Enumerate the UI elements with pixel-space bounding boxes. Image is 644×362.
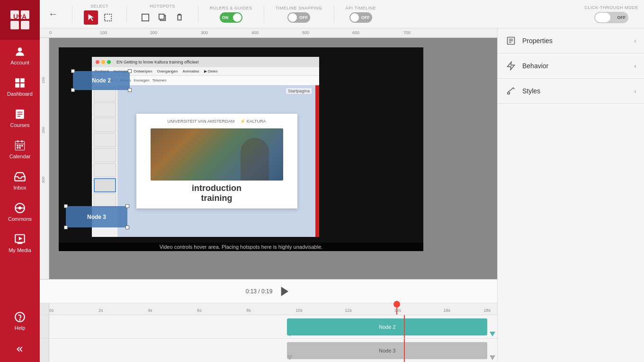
svg-rect-3 (21, 21, 29, 29)
rulers-toggle-text: ON (222, 15, 229, 20)
node3-track-label: Node 3 (379, 348, 395, 353)
node3-left-handle[interactable] (287, 355, 293, 360)
slide-title-line1: introduction (192, 183, 242, 193)
divider-1 (72, 6, 72, 23)
ruler-mark-100: 100 (100, 30, 107, 35)
api-timeline-toggle[interactable]: OFF (349, 12, 372, 23)
toolbar-rulers-section: RULERS & GUIDES ON (210, 6, 252, 23)
hotspot-delete-button[interactable] (172, 10, 187, 25)
timeline-playhead[interactable] (396, 303, 397, 315)
uva-logo-text: UNIVERSITEIT VAN AMSTERDAM (167, 119, 234, 124)
svg-rect-28 (18, 243, 23, 244)
node3-resize-bl[interactable] (71, 88, 75, 92)
svg-rect-33 (105, 14, 111, 20)
timeline-snapping-text: OFF (299, 15, 308, 20)
sidebar-item-calendar[interactable]: Calendar (0, 134, 40, 165)
slide-logos: UNIVERSITEIT VAN AMSTERDAM ⚡ KALTURA (167, 119, 266, 124)
node3-resize-br[interactable] (128, 88, 132, 92)
track-row-node2: Node 2 (40, 315, 497, 339)
properties-label: Properties (522, 37, 628, 45)
node3-right-handle[interactable] (490, 355, 495, 360)
divider-2 (126, 6, 127, 23)
timeline-ruler: 0s 2s 4s 6s 8s 10s 12s 14s 16s 18s (40, 303, 497, 315)
track-row-gutter-2 (40, 339, 49, 362)
ruler-v-200: 200 (41, 127, 45, 133)
ruler-mark-300: 300 (201, 30, 208, 35)
dot-red (96, 60, 99, 64)
inbox-icon (14, 171, 26, 183)
dot-yellow (101, 60, 105, 64)
slide-thumb-4 (94, 133, 116, 147)
slide-title-block: introduction training (192, 183, 242, 203)
svg-marker-37 (282, 287, 288, 295)
panel-item-behavior[interactable]: Behavior ‹ (498, 54, 644, 79)
click-through-toggle[interactable]: OFF (594, 12, 628, 23)
sidebar-item-help[interactable]: Help (0, 305, 40, 336)
panel-item-styles[interactable]: Styles ‹ (498, 79, 644, 104)
node2-resize-br[interactable] (125, 226, 129, 229)
node3-track[interactable]: Node 3 (287, 342, 487, 359)
slide-photo (151, 128, 283, 181)
api-timeline-toggle-container: OFF (349, 12, 372, 23)
sidebar-collapse-button[interactable] (0, 336, 40, 362)
timeline-snapping-toggle[interactable]: OFF (287, 12, 310, 23)
sidebar-item-my-media[interactable]: My Media (0, 227, 40, 259)
t-mark-16s: 16s (443, 308, 450, 313)
behavior-chevron: ‹ (634, 62, 636, 70)
slide-main: UNIVERSITEIT VAN AMSTERDAM ⚡ KALTURA (118, 85, 315, 237)
collapse-icon (15, 344, 25, 354)
timeline-snapping-knob (288, 13, 297, 22)
node2-track-label: Node 2 (379, 324, 395, 330)
time-separator: / (258, 288, 261, 295)
dot-green (107, 60, 111, 64)
hotspot-copy-button[interactable] (155, 10, 170, 25)
node2-track[interactable]: Node 2 (287, 318, 487, 335)
lightning-icon (506, 61, 516, 71)
sidebar-item-courses[interactable]: Courses (0, 102, 40, 134)
play-button[interactable] (278, 285, 291, 298)
t-mark-12s: 12s (345, 308, 352, 313)
sidebar-item-account[interactable]: Account (0, 40, 40, 71)
select-marquee-button[interactable] (101, 10, 115, 25)
sidebar-item-my-media-label: My Media (9, 247, 31, 253)
toolbar-api-timeline-section: API TIMELINE OFF (346, 6, 376, 23)
node3-overlay[interactable]: Node 2 (73, 71, 130, 90)
node2-resize-tl[interactable] (64, 204, 68, 208)
ruler-mark-400: 400 (251, 30, 259, 35)
user-icon (14, 45, 26, 58)
node2-label: Node 3 (87, 214, 106, 220)
svg-rect-34 (142, 14, 149, 20)
node2-overlay[interactable]: Node 3 (66, 206, 127, 227)
panel-item-properties[interactable]: Properties ‹ (498, 28, 644, 54)
node2-left-handle[interactable] (287, 332, 293, 336)
node2-resize-tr[interactable] (125, 204, 129, 208)
sidebar-item-commons[interactable]: Commons (0, 196, 40, 227)
svg-marker-29 (19, 237, 23, 241)
styles-chevron: ‹ (634, 87, 636, 95)
kaltura-logo-text: ⚡ KALTURA (240, 119, 266, 124)
api-timeline-label: API TIMELINE (346, 6, 376, 10)
properties-chevron: ‹ (634, 37, 636, 45)
svg-rect-20 (21, 145, 23, 146)
select-arrow-button[interactable] (84, 10, 98, 25)
sidebar: UvA Account Dashboard Courses (0, 0, 40, 362)
rulers-toggle[interactable]: ON (220, 12, 242, 23)
uva-logo[interactable]: UvA (0, 0, 40, 40)
toolbar: ← SELECT HOTSPOTS (40, 0, 644, 28)
t-mark-18s: 18s (484, 308, 491, 313)
node2-resize-bl[interactable] (64, 226, 68, 229)
sidebar-bottom: Help (0, 305, 40, 362)
node3-resize-tr[interactable] (128, 69, 132, 73)
click-through-mode-section: CLICK-THROUGH MODE OFF (584, 5, 638, 23)
sidebar-item-inbox[interactable]: Inbox (0, 165, 40, 196)
node2-right-handle[interactable] (490, 332, 495, 336)
video-frame: EN Getting to know Kaltura training offi… (59, 47, 423, 251)
node3-resize-tl[interactable] (71, 69, 75, 73)
back-button[interactable]: ← (45, 7, 61, 22)
slide-title-line2: training (192, 193, 242, 203)
hotspot-rect-button[interactable] (138, 10, 152, 25)
warning-text: Video controls hover area. Placing hotsp… (160, 244, 323, 250)
divider-5 (334, 6, 334, 23)
sidebar-item-dashboard[interactable]: Dashboard (0, 71, 40, 102)
ruler-mark-200: 200 (150, 30, 157, 35)
